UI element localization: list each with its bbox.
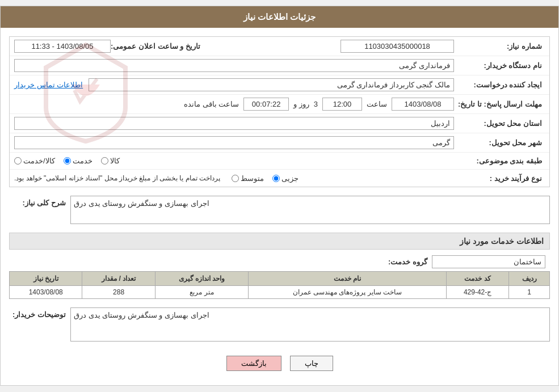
ostan-row: استان محل تحویل: اردبیل [10,114,549,133]
sharh-label: شرح کلی نیاز: [9,196,66,207]
mohlat-label: مهلت ارسال پاسخ: تا تاریخ: [454,100,545,108]
shahr-value: گرمی [14,136,454,149]
back-button[interactable]: بازگشت [226,356,281,371]
farayand-motavaset-item: متوسط [232,174,264,183]
tabaqe-kala-item: کالا [101,157,120,165]
shomare-niaz-value: 1103030435000018 [341,40,454,53]
col-name: نام خدمت [249,272,447,286]
farayand-note: پرداخت تمام یا بخشی از مبلغ خریداز محل "… [14,174,220,182]
shahr-row: شهر محل تحویل: گرمی [10,133,549,153]
ostan-label: استان محل تحویل: [454,119,545,128]
ettelaat-tamas-link[interactable]: اطلاعات تماس خریدار [14,81,83,89]
nam-dasgah-label: نام دستگاه خریدار: [454,61,545,70]
main-form: شماره نیاز: 1103030435000018 تاریخ و ساع… [9,36,550,187]
eijad-konande-label: ایجاد کننده درخواست: [454,81,545,89]
farayand-jozi-item: جزیی [272,174,299,183]
tosih-section: اجرای بهسازی و سنگفرش روستای یدی درق توض… [9,307,550,342]
eijad-konande-value: مالک گنجی کاربرداز فرمانداری گرمی [89,78,454,91]
tabaqe-khadamat-item: خدمت [64,157,93,165]
baghimande-value: 00:07:22 [243,98,289,111]
sharh-value: اجرای بهسازی و سنگفرش روستای یدی درق [74,199,209,208]
ostan-value: اردبیل [14,117,454,130]
col-vahed: واحد اندازه گیری [155,272,248,286]
col-tarikh: تاریخ نیاز [10,272,82,286]
sharh-section: اجرای بهسازی و سنگفرش روستای یدی درق شرح… [9,196,550,224]
eijad-konande-row: ایجاد کننده درخواست: مالک گنجی کاربرداز … [10,75,549,95]
shahr-label: شهر محل تحویل: [454,138,545,147]
tosih-label: توضیحات خریدار: [9,307,66,319]
tabaqe-kala-label: کالا [110,157,120,165]
page-title: جزئیات اطلاعات نیاز [1,6,558,28]
noe-farayand-row: نوع فرآیند خرید : جزیی متوسط پرداخت تمام… [10,170,549,187]
farayand-motavaset-label: متوسط [241,174,264,183]
baghimande-label: ساعت باقی مانده [184,100,239,108]
nam-dasgah-value: فرمانداری گرمی [14,59,454,72]
nam-dasgah-row: نام دستگاه خریدار: فرمانداری گرمی [10,56,549,75]
mohlat-row: مهلت ارسال پاسخ: تا تاریخ: 1403/08/08 سا… [10,95,549,114]
tabaqe-kala-khadamat-radio[interactable] [14,157,22,165]
tabaqe-khadamat-label: خدمت [73,157,93,165]
col-kod: کد خدمت [446,272,509,286]
grouh-value: ساختمان [432,255,545,268]
grouh-label: گروه خدمت: [359,258,427,266]
mohlat-date: 1403/08/08 [392,98,454,111]
tosih-value: اجرای بهسازی و سنگفرش روستای یدی درق [74,311,209,319]
farayand-motavaset-radio[interactable] [232,175,239,182]
mohlat-saat: 12:00 [322,98,362,111]
khadamat-section: اطلاعات خدمات مورد نیاز ساختمان گروه خدم… [9,233,550,299]
tosih-box: اجرای بهسازی و سنگفرش روستای یدی درق [70,307,550,342]
tabaqe-khadamat-radio[interactable] [64,157,71,165]
rooz-value: 3 [314,100,318,108]
khadamat-section-title: اطلاعات خدمات مورد نیاز [9,233,550,250]
farayand-jozi-label: جزیی [281,174,299,183]
khadamat-table: ردیف کد خدمت نام خدمت واحد اندازه گیری ت… [9,271,550,299]
tarikh-elaan-value: 1403/08/05 - 11:33 [14,40,111,53]
shomare-niaz-row: شماره نیاز: 1103030435000018 تاریخ و ساع… [10,37,549,56]
tabaqe-kala-radio[interactable] [101,157,108,165]
farayand-jozi-radio[interactable] [272,175,280,182]
button-row: چاپ بازگشت [9,350,550,377]
tabaqe-kala-khadamat-label: کالا/خدمت [23,157,55,165]
shomare-niaz-label: شماره نیاز: [454,42,545,50]
tabaqe-row: طبقه بندی موضوعی: کالا خدمت کالا/خدمت [10,153,549,170]
tarikh-elaan-label: تاریخ و ساعت اعلان عمومی: [111,42,203,50]
tabaqe-kala-khadamat-item: کالا/خدمت [14,157,55,165]
tabaqe-label: طبقه بندی موضوعی: [454,157,545,165]
saat-label: ساعت [367,100,387,108]
grouh-row: ساختمان گروه خدمت: [9,252,550,271]
noe-farayand-label: نوع فرآیند خرید : [454,174,545,183]
col-tedad: تعداد / مقدار [82,272,155,286]
sharh-box: اجرای بهسازی و سنگفرش روستای یدی درق [70,196,550,224]
col-radif: ردیف [509,272,550,286]
print-button[interactable]: چاپ [290,356,333,371]
rooz-label: روز و [293,100,309,108]
table-row: 1ج-42-429ساخت سایر پروژه‌های مهندسی عمرا… [10,286,550,299]
